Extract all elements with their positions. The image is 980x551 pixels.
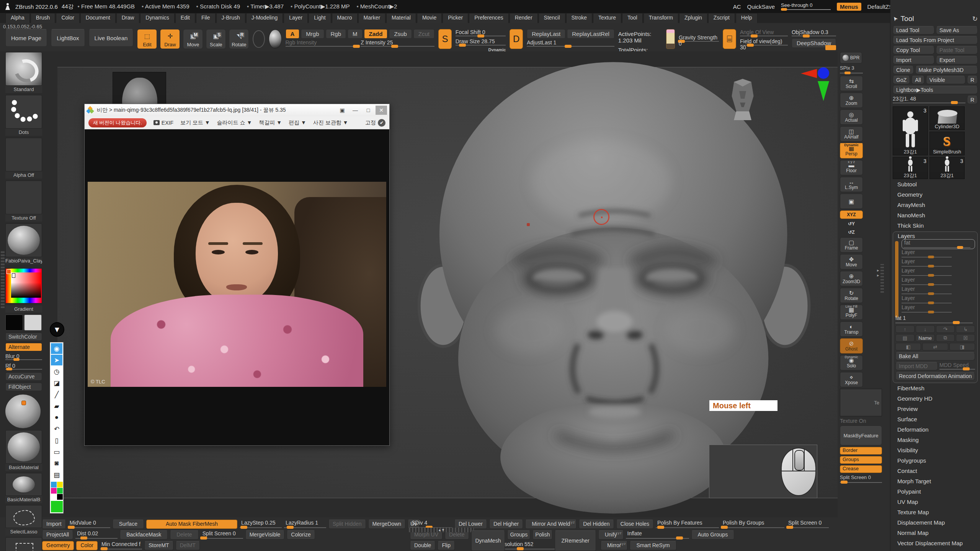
bottom-bar-item[interactable]: Unifyxyz	[598, 530, 624, 540]
layer-new-button[interactable]: ▤	[895, 334, 915, 342]
shelf-item[interactable]: SelectLasso	[5, 505, 42, 535]
layer-row[interactable]: Layer	[902, 277, 975, 286]
bottom-bar-item[interactable]: Polish By Groups	[721, 520, 784, 529]
strip-button[interactable]: ⇆ Scroll	[840, 76, 863, 91]
bottom-bar-item[interactable]: Inflate	[626, 530, 689, 540]
viewer-menu-item[interactable]: 보기 모드 ▼	[180, 119, 210, 126]
viewer-menu-item[interactable]: 슬라이드 쇼 ▼	[217, 119, 252, 126]
menu-item[interactable]: Texture	[593, 13, 621, 23]
bottom-bar-item[interactable]: Close Holes	[616, 520, 653, 529]
layer-misc-button[interactable]: ⇄	[922, 343, 948, 350]
tool-thumbnail-cylinder[interactable]: Cylinder3D	[929, 106, 965, 130]
menu-item[interactable]: Transform	[644, 13, 678, 23]
goz-button[interactable]: GoZ	[893, 76, 910, 84]
layer-arrow-button[interactable]: ↑	[895, 325, 915, 333]
mode-button[interactable]: ◥ R Rotate	[229, 29, 249, 49]
save-as-button[interactable]: Save As	[936, 26, 978, 34]
strip-button[interactable]: Dynamic ◉ Solo	[840, 355, 863, 370]
layer-row[interactable]: Layer	[902, 304, 975, 313]
camera-orientation-head-icon[interactable]	[729, 75, 756, 121]
record-deformation-button[interactable]: Record Deformation Animation	[895, 372, 975, 380]
tool-panel-section[interactable]: Deformation	[893, 424, 978, 435]
tool-panel-section[interactable]: NanoMesh	[893, 210, 978, 220]
strip-button[interactable]: ↺Y	[840, 220, 863, 227]
gravity-strength-slider[interactable]: Gravity Strength 0	[679, 34, 719, 43]
mode-button[interactable]: ▣ S Scale	[206, 29, 226, 49]
menu-item[interactable]: Stencil	[539, 13, 565, 23]
tool-panel-section[interactable]: Polygroups	[893, 455, 978, 466]
tool-panel-section[interactable]: Morph Target	[893, 476, 978, 486]
switch-color-swatches[interactable]	[5, 315, 42, 331]
menu-item[interactable]: Edit	[175, 13, 195, 23]
tool-panel-section[interactable]: Subtool	[893, 179, 978, 189]
focal-shift-slider[interactable]: Focal Shift 0	[456, 29, 506, 37]
alternate-button[interactable]: Alternate	[5, 343, 42, 351]
layer-arrow-button[interactable]: ↷	[936, 325, 955, 333]
shelf-item[interactable]: BasicMaterialB	[5, 473, 42, 503]
shelf-item[interactable]: FabioPaiva_Clay2	[5, 223, 42, 264]
live-boolean-button[interactable]: Live Boolean	[89, 29, 134, 47]
zsub-toggle[interactable]: Zsub	[389, 29, 412, 39]
menu-item[interactable]: Render	[510, 13, 538, 23]
shelf-item[interactable]: BasicMaterial	[5, 430, 42, 471]
right-divider-handle[interactable]	[880, 264, 884, 293]
replay-lastrel-button[interactable]: ReplayLastRel	[567, 29, 614, 39]
camera-icon[interactable]: ◙	[51, 458, 62, 469]
bottom-bar-item[interactable]: MergeDown	[368, 520, 405, 529]
brush-d-icon[interactable]: D	[510, 29, 523, 49]
tool-thumbnail-active[interactable]: 3 23강1	[893, 106, 928, 155]
viewer-update-button[interactable]: 새 버전이 나왔습니다.	[88, 118, 147, 127]
main-color-swatch[interactable]	[5, 315, 23, 331]
whiteboard-icon[interactable]: ▭	[51, 447, 62, 457]
layer-row-active[interactable]: fat	[902, 239, 975, 249]
bottom-bar-item[interactable]: Polish	[532, 530, 552, 540]
strip-button[interactable]: ↻ Rotate	[840, 288, 863, 303]
layers-title[interactable]: Layers	[895, 233, 975, 239]
horizontal-divider-handle[interactable]: ▲▼	[409, 528, 474, 532]
bottom-bar-item[interactable]: MergeVisible	[245, 530, 285, 540]
dot-icon[interactable]: ●	[51, 412, 62, 423]
menu-item[interactable]: Draw	[116, 13, 140, 23]
goz-r-button[interactable]: R	[967, 76, 978, 84]
bottom-bar-item[interactable]: Surface	[113, 520, 144, 529]
current-color-sphere[interactable]	[5, 395, 41, 428]
layer-name-button[interactable]: Name	[916, 334, 935, 342]
tool-item-slider[interactable]: 23강1. 48	[893, 96, 965, 104]
layer-row[interactable]: Layer	[902, 267, 975, 277]
viewer-title-bar[interactable]: 비만 > main-qimg-93c3c8ffe6d5fa389f679ef1b…	[85, 104, 389, 116]
color-swatch[interactable]	[57, 482, 63, 487]
bottom-bar-item[interactable]: Double	[410, 541, 435, 550]
undo-icon[interactable]: ↶	[51, 424, 62, 434]
bottom-bar-item[interactable]: Color	[76, 541, 97, 550]
strip-button[interactable]: Dynamic ▦ Persp	[840, 143, 863, 158]
spix-slider[interactable]: SPix 3	[840, 65, 863, 74]
strip-button[interactable]: ⊕ Zoom	[840, 93, 863, 108]
import-button[interactable]: Import	[893, 56, 934, 64]
strip-button[interactable]: Line Fill ▦ PolyF	[840, 305, 863, 320]
bottom-bar-item[interactable]: StoreMT	[144, 541, 173, 550]
pen-line-icon[interactable]: ╱	[51, 389, 62, 400]
bottom-bar-item[interactable]: Resolution 552	[496, 541, 559, 550]
menu-item[interactable]: Stroke	[566, 13, 592, 23]
menu-item[interactable]: Movie	[417, 13, 442, 23]
bottom-bar-item[interactable]: LazyStep 0.25	[240, 520, 282, 529]
bottom-bar-item[interactable]: Dist 0.02	[75, 530, 118, 540]
color-swatch[interactable]	[51, 482, 57, 487]
bottom-bar-item[interactable]: ProjectAll	[42, 530, 73, 540]
rgb-toggle[interactable]: Rgb	[326, 29, 346, 39]
menu-item[interactable]: File	[196, 13, 216, 23]
tool-panel-section[interactable]: FiberMesh	[893, 383, 978, 393]
layer-row[interactable]: Layer	[902, 258, 975, 267]
menu-item[interactable]: J-Modeling	[246, 13, 283, 23]
shelf-item[interactable]: Dots	[5, 95, 42, 136]
brush-s-icon[interactable]: S	[438, 29, 452, 49]
blur-slider[interactable]: Blur 0	[5, 353, 42, 361]
bottom-bar-item[interactable]: Groups	[507, 530, 530, 540]
tool-panel-section[interactable]: Contact	[893, 466, 978, 476]
strip-button[interactable]: ↔ L.Sym	[840, 177, 863, 192]
gravity-pencil-icon[interactable]	[666, 29, 675, 49]
viewer-pin-toggle[interactable]: 고정 ✔	[365, 119, 385, 127]
menu-item[interactable]: Preferences	[469, 13, 508, 23]
bottom-bar-item[interactable]: DelMT	[176, 541, 200, 550]
layer-arrow-button[interactable]: ↳	[956, 325, 975, 333]
